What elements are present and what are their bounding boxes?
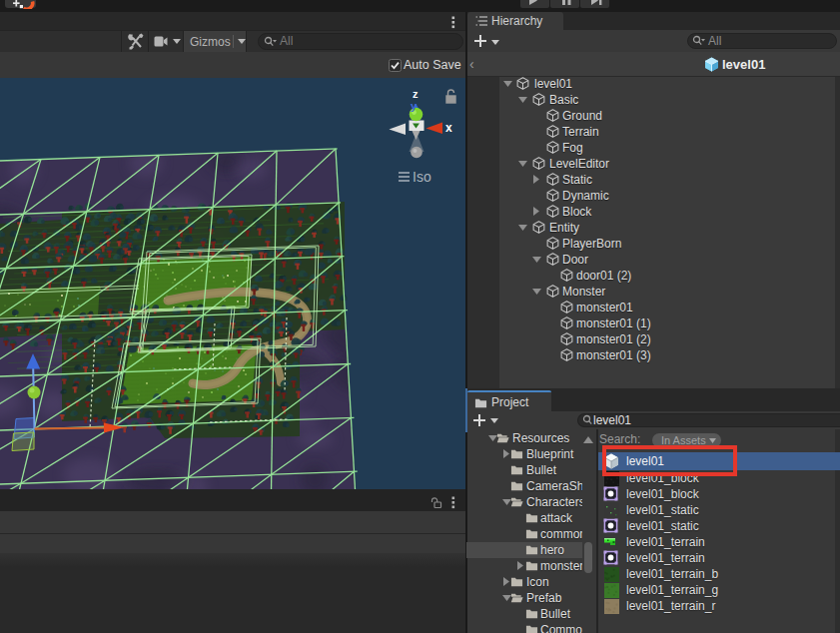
svg-text:y: y xyxy=(411,100,418,112)
svg-text:x: x xyxy=(445,121,452,135)
svg-text:z: z xyxy=(413,88,419,100)
svg-text:Iso: Iso xyxy=(413,169,431,185)
